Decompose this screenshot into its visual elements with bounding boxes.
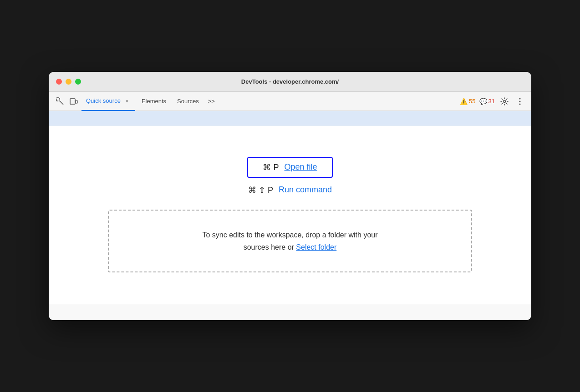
tab-quick-source-label: Quick source xyxy=(86,97,121,104)
svg-point-5 xyxy=(519,98,521,99)
content-area: ⌘ P Open file ⌘ ⇧ P Run command To sync … xyxy=(49,111,531,320)
select-folder-link[interactable]: Select folder xyxy=(296,243,336,251)
svg-point-7 xyxy=(519,103,521,105)
svg-line-1 xyxy=(60,101,63,105)
toolbar-right: ⚠️ 55 💬 31 xyxy=(460,95,526,107)
svg-point-6 xyxy=(519,101,521,102)
drop-zone[interactable]: To sync edits to the workspace, drop a f… xyxy=(108,210,472,272)
drop-zone-text-before: To sync edits to the workspace, drop a f… xyxy=(202,231,377,239)
blue-header-bar xyxy=(49,111,531,126)
drop-zone-text: To sync edits to the workspace, drop a f… xyxy=(132,229,448,253)
run-command-link[interactable]: Run command xyxy=(279,185,332,195)
more-tabs-button[interactable]: >> xyxy=(205,96,218,106)
tab-sources-label: Sources xyxy=(177,98,199,105)
close-button[interactable] xyxy=(56,79,62,85)
svg-point-4 xyxy=(504,100,506,102)
error-icon: 💬 xyxy=(479,98,487,105)
svg-rect-2 xyxy=(70,99,75,104)
inspect-icon[interactable] xyxy=(54,95,66,107)
responsive-icon[interactable] xyxy=(68,95,80,107)
minimize-button[interactable] xyxy=(66,79,71,85)
svg-rect-0 xyxy=(56,98,60,101)
svg-rect-3 xyxy=(76,101,77,103)
run-command-row: ⌘ ⇧ P Run command xyxy=(248,185,332,195)
drop-zone-text-after: sources here or xyxy=(244,243,294,251)
warning-count: 55 xyxy=(469,98,475,105)
open-file-box: ⌘ P Open file xyxy=(247,157,332,178)
tab-elements-label: Elements xyxy=(142,98,166,105)
tab-sources[interactable]: Sources xyxy=(173,92,204,111)
run-command-shortcut: ⌘ ⇧ P xyxy=(248,185,273,195)
main-content: ⌘ P Open file ⌘ ⇧ P Run command To sync … xyxy=(49,126,531,304)
error-count: 31 xyxy=(488,98,495,105)
tab-quick-source-close[interactable]: × xyxy=(123,97,131,105)
error-badge[interactable]: 💬 31 xyxy=(479,98,495,105)
open-file-shortcut: ⌘ P xyxy=(263,162,279,172)
maximize-button[interactable] xyxy=(75,79,81,85)
warning-badge[interactable]: ⚠️ 55 xyxy=(460,98,475,105)
bottom-bar xyxy=(49,304,531,320)
window-controls xyxy=(56,79,81,85)
warning-icon: ⚠️ xyxy=(460,98,468,105)
title-bar: DevTools - developer.chrome.com/ xyxy=(49,72,531,92)
tab-elements[interactable]: Elements xyxy=(137,92,171,111)
open-file-link[interactable]: Open file xyxy=(284,162,317,172)
tab-quick-source[interactable]: Quick source × xyxy=(81,92,135,111)
devtools-window: DevTools - developer.chrome.com/ Quick s… xyxy=(49,72,531,320)
toolbar: Quick source × Elements Sources >> ⚠️ 55… xyxy=(49,92,531,111)
more-options-icon[interactable] xyxy=(514,95,526,107)
window-title: DevTools - developer.chrome.com/ xyxy=(241,78,339,85)
settings-icon[interactable] xyxy=(499,95,510,107)
